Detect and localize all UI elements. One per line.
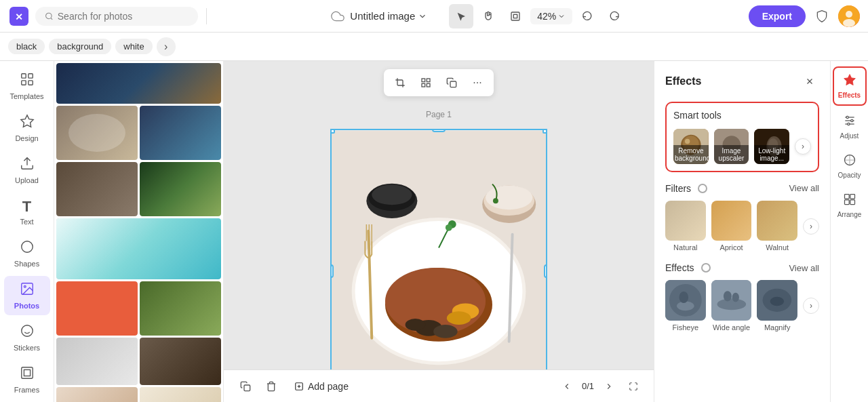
svg-point-64 (677, 302, 694, 311)
search-input[interactable] (58, 11, 189, 22)
doc-title-text: Untitled image (350, 10, 415, 22)
right-sidebar-effects[interactable]: Effects (833, 66, 867, 106)
app-logo[interactable]: ✕ (8, 5, 30, 27)
svg-point-77 (850, 119, 852, 121)
svg-point-40 (486, 186, 532, 210)
svg-point-69 (732, 293, 738, 302)
next-page-btn[interactable] (599, 377, 618, 396)
prev-page-btn[interactable] (557, 377, 576, 396)
design-icon (20, 114, 35, 132)
filters-header: Filters View all (665, 183, 819, 194)
photo-thumb[interactable] (140, 338, 221, 385)
filters-next-btn[interactable]: › (803, 218, 819, 235)
filter-apricot-label: Apricot (711, 243, 752, 252)
avatar[interactable] (838, 5, 860, 27)
resize-handle-ml[interactable] (330, 264, 334, 278)
redo-btn[interactable] (602, 4, 627, 28)
photo-thumb[interactable] (56, 218, 221, 279)
effects-close-btn[interactable] (800, 72, 819, 91)
sidebar-item-stickers[interactable]: Stickers (4, 318, 50, 357)
svg-point-15 (24, 285, 26, 287)
filters-header-left: Filters (665, 183, 707, 194)
filters-info-icon (698, 184, 707, 193)
filter-apricot[interactable]: Apricot (711, 201, 752, 252)
effects-next-btn[interactable]: › (803, 298, 819, 314)
duplicate-page-btn[interactable] (235, 376, 256, 397)
zoom-selector[interactable]: 42% (530, 8, 572, 24)
sidebar-item-text[interactable]: T Text (4, 193, 50, 231)
chevron-down-icon (418, 12, 427, 21)
right-sidebar-opacity[interactable]: Opacity (833, 148, 867, 184)
tag-background[interactable]: background (49, 39, 111, 54)
grid-icon (420, 77, 431, 88)
right-sidebar-adjust[interactable]: Adjust (833, 108, 867, 145)
more-tags-btn[interactable]: › (157, 37, 176, 56)
sidebar-item-templates[interactable]: Templates (4, 66, 50, 106)
smart-tool-upscaler[interactable]: Image upscaler (714, 129, 749, 164)
smart-tool-low-light[interactable]: Low-light image... (754, 129, 789, 164)
canvas-image[interactable] (330, 129, 547, 402)
zoom-chevron-icon (557, 12, 566, 20)
photo-thumb[interactable] (140, 281, 221, 336)
add-page-btn[interactable]: Add page (286, 377, 357, 396)
svg-rect-21 (422, 79, 425, 82)
smart-tools-next-btn[interactable]: › (795, 138, 811, 155)
sidebar-item-design[interactable]: Design (4, 108, 50, 148)
resize-handle-tc[interactable] (432, 129, 446, 132)
photo-thumb[interactable] (56, 281, 138, 336)
photo-thumb[interactable] (56, 106, 138, 160)
more-options-btn[interactable]: ··· (467, 72, 488, 94)
photo-thumb[interactable] (140, 387, 221, 402)
photo-thumb[interactable] (140, 106, 221, 160)
effect-wide-angle[interactable]: Wide angle (711, 280, 752, 331)
effect-fisheye[interactable]: Fisheye (665, 280, 706, 331)
shield-btn[interactable] (811, 5, 833, 27)
photo-thumb[interactable] (56, 63, 221, 104)
delete-page-btn[interactable] (260, 376, 282, 397)
frame-icon (510, 11, 521, 22)
canvas-toolbar: ··· (384, 69, 494, 96)
filter-natural[interactable]: Natural (665, 201, 706, 252)
svg-point-44 (493, 198, 498, 203)
photo-thumb[interactable] (56, 387, 138, 402)
crop-tool-btn[interactable] (389, 72, 411, 94)
page-label: Page 1 (426, 110, 452, 119)
svg-rect-25 (450, 81, 456, 87)
filters-view-all[interactable]: View all (789, 183, 819, 193)
grid-tool-btn[interactable] (415, 72, 437, 94)
sidebar-item-photos[interactable]: Photos (4, 276, 50, 315)
effects-info-icon (701, 263, 711, 273)
resize-handle-tl[interactable] (330, 129, 335, 134)
filter-walnut[interactable]: Walnut (757, 201, 797, 252)
resize-handle-tr[interactable] (542, 129, 547, 134)
right-sidebar-arrange[interactable]: Arrange (833, 187, 867, 224)
remove-bg-label: Remove background (673, 145, 709, 164)
arrange-icon (843, 193, 856, 209)
photo-thumb[interactable] (140, 162, 221, 216)
shield-icon (815, 9, 829, 23)
undo-btn[interactable] (575, 4, 599, 28)
doc-title[interactable]: Untitled image (350, 10, 427, 22)
export-button[interactable]: Export (749, 5, 806, 27)
hand-tool-btn[interactable] (476, 4, 500, 28)
effect-magnify[interactable]: Magnify (757, 280, 797, 331)
expand-btn[interactable] (624, 377, 643, 396)
resize-handle-mr[interactable] (544, 264, 547, 278)
prev-icon (562, 382, 572, 391)
bottom-toolbar: Add page 0/1 (224, 369, 654, 402)
sidebar-item-frames[interactable]: Frames (4, 360, 50, 399)
svg-point-16 (21, 325, 33, 337)
copy-tool-btn[interactable] (441, 72, 462, 94)
select-tool-btn[interactable] (449, 4, 473, 28)
low-light-label: Low-light image... (754, 145, 789, 164)
redo-icon (609, 11, 620, 22)
tag-black[interactable]: black (8, 39, 45, 54)
effects-view-all[interactable]: View all (789, 263, 819, 273)
frame-tool-btn[interactable] (503, 4, 528, 28)
tag-white[interactable]: white (115, 39, 152, 54)
sidebar-item-shapes[interactable]: Shapes (4, 234, 50, 273)
smart-tool-remove-bg[interactable]: Remove background (673, 129, 709, 164)
photo-thumb[interactable] (56, 338, 138, 385)
sidebar-item-upload[interactable]: Upload (4, 150, 50, 190)
photo-thumb[interactable] (56, 162, 138, 216)
